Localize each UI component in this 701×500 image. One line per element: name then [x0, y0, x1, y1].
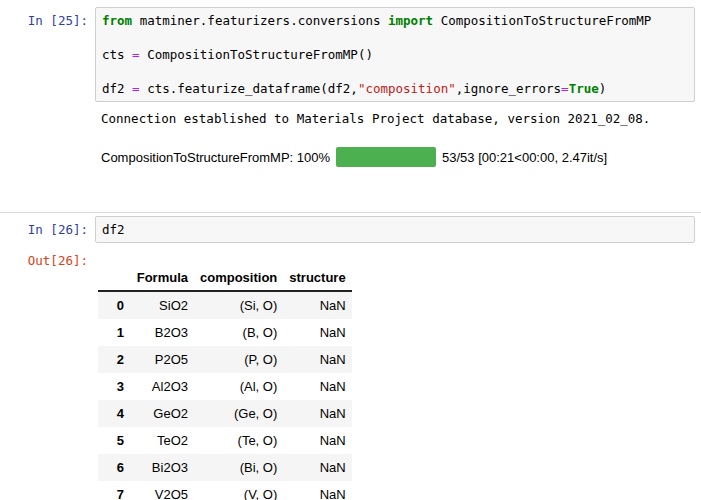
widget-prompt-spacer [0, 147, 95, 153]
row-index: 7 [98, 481, 130, 500]
code-editor-25[interactable]: from matminer.featurizers.conversions im… [95, 7, 695, 102]
table-cell: SiO2 [130, 291, 194, 319]
code-token: df2 [102, 222, 125, 237]
code-token: ,ignore_errors [456, 81, 561, 96]
dataframe-table: Formulacompositionstructure0SiO2(Si, O)N… [98, 266, 352, 500]
table-row: 6Bi2O3(Bi, O)NaN [98, 454, 352, 481]
stream-output: Connection established to Materials Proj… [95, 111, 650, 126]
column-header-structure: structure [283, 266, 351, 291]
table-row: 7V2O5(V, O)NaN [98, 481, 352, 500]
code-token: import [388, 13, 433, 28]
row-index: 6 [98, 454, 130, 481]
table-cell: NaN [283, 427, 351, 454]
code-token: CompositionToStructureFromMP() [140, 47, 373, 62]
cell-divider [0, 212, 701, 213]
table-row: 3Al2O3(Al, O)NaN [98, 373, 352, 400]
table-row: 0SiO2(Si, O)NaN [98, 291, 352, 319]
code-token: cts.featurize_dataframe(df2, [140, 81, 358, 96]
progress-bar-fill [336, 147, 436, 167]
output-prompt-spacer [0, 111, 95, 117]
code-token: "composition" [358, 81, 456, 96]
progress-label: CompositionToStructureFromMP: 100% [101, 150, 330, 165]
code-token: ) [599, 81, 607, 96]
table-cell: (Si, O) [194, 291, 283, 319]
table-cell: P2O5 [130, 346, 194, 373]
row-index: 0 [98, 291, 130, 319]
table-cell: NaN [283, 291, 351, 319]
table-cell: NaN [283, 481, 351, 500]
index-column-header [98, 266, 130, 291]
code-token: matminer.featurizers.conversions [132, 13, 388, 28]
table-row: 4GeO2(Ge, O)NaN [98, 400, 352, 427]
table-cell: (Ge, O) [194, 400, 283, 427]
table-cell: NaN [283, 373, 351, 400]
code-line: cts = CompositionToStructureFromMP() [102, 46, 688, 63]
table-cell: NaN [283, 400, 351, 427]
progress-stats: 53/53 [00:21<00:00, 2.47it/s] [442, 150, 607, 165]
tqdm-progress-widget: CompositionToStructureFromMP: 100% 53/53… [95, 147, 607, 167]
dataframe-output: Formulacompositionstructure0SiO2(Si, O)N… [98, 266, 352, 500]
table-cell: NaN [283, 319, 351, 346]
row-index: 5 [98, 427, 130, 454]
row-index: 2 [98, 346, 130, 373]
table-cell: (P, O) [194, 346, 283, 373]
code-token: df2 [102, 81, 132, 96]
code-token: = [132, 81, 140, 96]
table-row: 2P2O5(P, O)NaN [98, 346, 352, 373]
code-token: CompositionToStructureFromMP [433, 13, 651, 28]
row-index: 1 [98, 319, 130, 346]
table-cell: (Al, O) [194, 373, 283, 400]
table-cell: GeO2 [130, 400, 194, 427]
code-line [102, 29, 688, 46]
column-header-formula: Formula [130, 266, 194, 291]
code-token: cts [102, 47, 132, 62]
table-cell: Bi2O3 [130, 454, 194, 481]
table-cell: TeO2 [130, 427, 194, 454]
code-line: df2 = cts.featurize_dataframe(df2,"compo… [102, 80, 688, 97]
notebook: In [25]: from matminer.featurizers.conve… [0, 7, 701, 500]
code-token: from [102, 13, 132, 28]
row-index: 4 [98, 400, 130, 427]
row-index: 3 [98, 373, 130, 400]
table-row: 1B2O3(B, O)NaN [98, 319, 352, 346]
code-token: = [561, 81, 569, 96]
input-prompt-25: In [25]: [0, 7, 95, 29]
table-cell: V2O5 [130, 481, 194, 500]
table-cell: B2O3 [130, 319, 194, 346]
table-cell: NaN [283, 346, 351, 373]
table-cell: NaN [283, 454, 351, 481]
code-token: True [569, 81, 599, 96]
output-prompt-26: Out[26]: [0, 251, 95, 269]
code-cell-26: In [26]: df2 Out[26]: Formulacomposition… [0, 216, 701, 500]
code-cell-25: In [25]: from matminer.featurizers.conve… [0, 7, 701, 167]
table-cell: Al2O3 [130, 373, 194, 400]
table-cell: (Bi, O) [194, 454, 283, 481]
table-cell: (V, O) [194, 481, 283, 500]
code-line [102, 63, 688, 80]
table-cell: (B, O) [194, 319, 283, 346]
code-token: = [132, 47, 140, 62]
table-cell: (Te, O) [194, 427, 283, 454]
table-row: 5TeO2(Te, O)NaN [98, 427, 352, 454]
column-header-composition: composition [194, 266, 283, 291]
code-editor-26[interactable]: df2 [95, 216, 695, 243]
progress-bar [336, 147, 436, 167]
code-line: df2 [102, 221, 688, 238]
input-prompt-26: In [26]: [0, 216, 95, 238]
code-line: from matminer.featurizers.conversions im… [102, 12, 688, 29]
